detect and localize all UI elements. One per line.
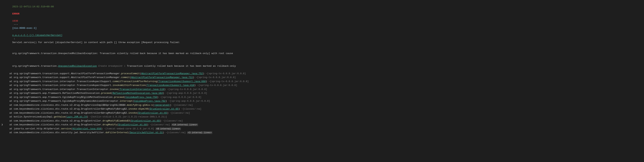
exception-msg: : Transaction silently rolled back becau… [123, 65, 236, 68]
stack-content-15: at com.beyondmedicine.clickless.dtx.secu… [4, 131, 642, 135]
log-message: Servlet.service() for servlet [dispatche… [12, 41, 180, 44]
file-link-15[interactable]: SecurityJwtFilter.kt:31 [130, 131, 163, 134]
file-link-5[interactable]: ReflectiveMethodInvocation.java:184 [112, 92, 163, 94]
space3 [12, 30, 14, 33]
file-link-13[interactable]: DrugController.kt:66 [118, 123, 147, 126]
stack-content-2: at org.springframework.transaction.inter… [4, 80, 642, 83]
stack-line-11: at kotlin.SynchronizedLazyImpl.getValue(… [2, 115, 642, 119]
exception-prefix: org.springframework.transaction. [12, 65, 58, 68]
stack-content-3: at org.springframework.transaction.inter… [4, 83, 642, 87]
file-link-3[interactable]: TransactionAspectSupport.java:410 [147, 84, 194, 87]
paren-close-13: ) [147, 123, 148, 126]
paren-close-8: ) [170, 104, 172, 106]
internal-lines-15[interactable]: <3 internal lines> [187, 131, 212, 134]
file-link-0[interactable]: AbstractPlatformTransactionManager.java:… [141, 72, 203, 75]
error-code: 1930 [12, 20, 18, 22]
paren-open-5: ( [111, 92, 112, 94]
exception-class-link[interactable]: UnexpectedRollbackException [58, 65, 97, 68]
file-link-6[interactable]: CglibAopProxy.java:750 [126, 96, 157, 99]
space2 [12, 16, 14, 19]
jar-11: ~[kotlin-stdlib-1.8.21.jar:1.8.21-releas… [88, 115, 167, 118]
paren-open-4: ( [118, 88, 120, 91]
paren-close-1: ) [193, 76, 194, 79]
sep1: --- [12, 23, 20, 26]
file-link-4[interactable]: TransactionInterceptor.java:119 [120, 88, 164, 91]
jar-5: ~[spring-aop-6.0.8.jar:6.0.8] [164, 92, 207, 94]
file-link-9[interactable]: DrugController.kt:65 [150, 108, 178, 110]
stack-content-12: at com.beyondmedicine.clickless.dtx.rout… [4, 119, 642, 123]
file-link-8[interactable]: <generated> [154, 104, 170, 106]
method-2: commitTransactionAfterReturning [112, 80, 157, 83]
paren-close-6: ) [157, 96, 158, 99]
at-11: at kotlin.SynchronizedLazyImpl. [4, 115, 54, 118]
stack-line-2: at org.springframework.transaction.inter… [2, 80, 642, 83]
stack-line-7: at org.springframework.aop.framework.Cgl… [2, 99, 642, 103]
jar-7: ~[spring-aop-6.0.8.jar:6.0.8] [167, 100, 210, 102]
paren-close-2: ) [206, 80, 207, 83]
paren-open-8: ( [153, 104, 154, 106]
file-link-2[interactable]: TransactionAspectSupport.java:660 [158, 80, 206, 83]
jar-14: ~[tomcat-embed-core-10.1.8.jar:6.0] [102, 127, 156, 130]
stack-line-8: at com.beyondmedicine.clickless.dtx.rout… [2, 103, 642, 107]
paren-open-6: ( [124, 96, 126, 99]
file-link-10[interactable]: DrugController.kt:65 [138, 112, 167, 114]
stack-content-4: at org.springframework.transaction.inter… [4, 87, 642, 91]
timestamp: 2023-12-04T11:14:02.516+09:00 [12, 5, 54, 8]
jar-3: ~[spring-tx-6.0.8.jar:6.0.8] [196, 84, 237, 87]
at-13: at com.beyondmedicine.clickless.dtx.rout… [4, 123, 102, 126]
arrow-3 [2, 61, 4, 64]
jar-6: ~[spring-aop-6.0.8.jar:6.0.8] [158, 96, 202, 99]
jar-13: ~[classes/:na] [148, 123, 172, 126]
stack-line-13: ❯ at com.beyondmedicine.clickless.dtx.ro… [2, 123, 642, 127]
paren-open-15: ( [128, 131, 130, 134]
internal-lines-13[interactable]: <14 internal lines> [172, 124, 198, 126]
log-container: 2023-12-04T11:14:02.516+09:00 ERROR 1930… [0, 1, 644, 135]
at-15: at com.beyondmedicine.clickless.dtx.secu… [4, 131, 106, 134]
method-5: proceed [101, 92, 111, 94]
stack-content-14: at jakarta.servlet.http.HttpServlet.serv… [4, 127, 642, 131]
file-link-1[interactable]: AbstractPlatformTransactionManager.java:… [131, 76, 193, 79]
exception-line: org.springframework.transaction.Unexpect… [2, 61, 642, 72]
arrow-s15 [2, 131, 4, 135]
stack-line-5: at org.springframework.aop.framework.Ref… [2, 91, 642, 95]
at-3: at org.springframework.transaction.inter… [4, 84, 112, 87]
log-line-1: 2023-12-04T11:14:02.516+09:00 ERROR 1930… [2, 1, 642, 48]
paren-open-3: ( [146, 84, 147, 87]
arrow-s7 [2, 99, 4, 103]
stack-content-6: at org.springframework.aop.framework.Cgl… [4, 95, 642, 99]
jar-1: ~[spring-tx-6.0.8.jar:6.0.8] [194, 76, 236, 79]
method-6: proceed [114, 96, 124, 99]
method-0: processCommit [121, 72, 140, 75]
stack-content-5: at org.springframework.aop.framework.Ref… [4, 91, 642, 95]
arrow-s8 [2, 103, 4, 107]
at-1: at org.springframework.transaction.suppo… [4, 76, 121, 79]
stack-content-0: at org.springframework.transaction.suppo… [4, 72, 642, 76]
exception-content: org.springframework.transaction.Unexpect… [4, 61, 642, 72]
method-11: getValue [54, 115, 65, 118]
logger-link[interactable]: o.a.c.c.C.[.[/].[dispatcherServlet] [12, 34, 62, 37]
arrow-2 [2, 48, 4, 52]
file-link-14[interactable]: HttpServlet.java:658 [72, 127, 101, 130]
log-content-2: org.springframework.transaction.Unexpect… [4, 48, 642, 59]
method-1: commit [121, 76, 130, 79]
arrow-s5 [2, 91, 4, 95]
blank-line [2, 59, 642, 61]
method-8: modifyDrug-gIAlu-s [127, 104, 153, 106]
thread: [nio-8080-exec-1] [12, 27, 37, 29]
file-link-11[interactable]: Lazy.JVM.kt:74 [67, 115, 87, 118]
arrow-s10 [2, 111, 4, 115]
stack-content-7: at org.springframework.aop.framework.Cgl… [4, 99, 642, 103]
arrow-s12 [2, 119, 4, 123]
at-2: at org.springframework.transaction.inter… [4, 80, 112, 83]
arrow-s13: ❯ [2, 123, 4, 127]
create-breakpoint[interactable]: Create breakpoint [98, 65, 123, 68]
stack-line-6: at org.springframework.aop.framework.Cgl… [2, 95, 642, 99]
continuation: org.springframework.transaction.Unexpect… [12, 52, 233, 55]
stack-line-14: at jakarta.servlet.http.HttpServlet.serv… [2, 127, 642, 131]
file-link-12[interactable]: DrugController.kt:65 [131, 119, 160, 122]
internal-lines-14[interactable]: <8 internal lines> [156, 128, 181, 130]
method-3: invokeWithinTransaction [112, 84, 146, 87]
file-link-7[interactable]: CglibAopProxy.java:702 [134, 100, 166, 102]
method-7: intercept [120, 100, 132, 102]
at-12: at com.beyondmedicine.clickless.dtx.rout… [4, 119, 102, 122]
